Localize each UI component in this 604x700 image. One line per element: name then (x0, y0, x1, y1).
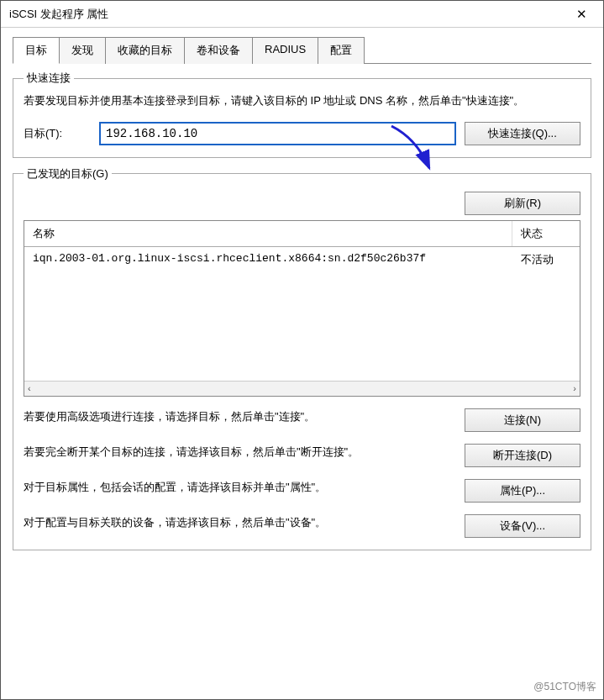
devices-description: 对于配置与目标关联的设备，请选择该目标，然后单击"设备"。 (24, 514, 453, 531)
disconnect-button[interactable]: 断开连接(D) (465, 444, 580, 467)
connect-description: 若要使用高级选项进行连接，请选择目标，然后单击"连接"。 (24, 408, 453, 425)
column-name[interactable]: 名称 (24, 221, 512, 246)
titlebar: iSCSI 发起程序 属性 ✕ (1, 1, 603, 28)
scroll-left-icon[interactable]: ‹ (28, 383, 31, 393)
refresh-button[interactable]: 刷新(R) (465, 192, 580, 215)
scroll-right-icon[interactable]: › (573, 383, 576, 393)
column-state[interactable]: 状态 (512, 221, 580, 246)
targets-list[interactable]: 名称 状态 iqn.2003-01.org.linux-iscsi.rhcecl… (24, 220, 580, 397)
discovered-targets-group: 已发现的目标(G) 刷新(R) 名称 状态 iqn.2003-01.org.li… (13, 166, 591, 550)
target-state-cell: 不活动 (512, 247, 580, 272)
iscsi-properties-window: iSCSI 发起程序 属性 ✕ 目标 发现 收藏的目标 卷和设备 RADIUS … (0, 0, 604, 700)
quick-connect-group: 快速连接 若要发现目标并使用基本连接登录到目标，请键入该目标的 IP 地址或 D… (13, 71, 591, 158)
tab-discovery[interactable]: 发现 (59, 37, 106, 64)
tab-radius[interactable]: RADIUS (252, 37, 318, 64)
tab-favorites[interactable]: 收藏的目标 (105, 37, 185, 64)
quick-connect-legend: 快速连接 (24, 71, 74, 86)
target-label: 目标(T): (24, 126, 91, 141)
table-row[interactable]: iqn.2003-01.org.linux-iscsi.rhceclient.x… (24, 247, 580, 272)
close-icon[interactable]: ✕ (565, 3, 598, 26)
window-title: iSCSI 发起程序 属性 (9, 7, 565, 22)
target-name-cell: iqn.2003-01.org.linux-iscsi.rhceclient.x… (24, 247, 512, 272)
tab-volumes-devices[interactable]: 卷和设备 (184, 37, 253, 64)
quick-connect-description: 若要发现目标并使用基本连接登录到目标，请键入该目标的 IP 地址或 DNS 名称… (24, 92, 580, 110)
quick-connect-button[interactable]: 快速连接(Q)... (465, 122, 580, 145)
disconnect-description: 若要完全断开某个目标的连接，请选择该目标，然后单击"断开连接"。 (24, 444, 453, 461)
content-area: 目标 发现 收藏的目标 卷和设备 RADIUS 配置 快速连接 若要发现目标并使… (1, 28, 603, 567)
discovered-legend: 已发现的目标(G) (24, 166, 112, 182)
devices-button[interactable]: 设备(V)... (465, 514, 580, 538)
tab-targets[interactable]: 目标 (13, 37, 60, 64)
list-header: 名称 状态 (24, 221, 580, 247)
properties-button[interactable]: 属性(P)... (465, 479, 580, 503)
horizontal-scrollbar[interactable]: ‹ › (24, 381, 580, 396)
tab-config[interactable]: 配置 (318, 37, 365, 64)
tab-bar: 目标 发现 收藏的目标 卷和设备 RADIUS 配置 (13, 36, 591, 64)
properties-description: 对于目标属性，包括会话的配置，请选择该目标并单击"属性"。 (24, 479, 453, 496)
connect-button[interactable]: 连接(N) (465, 408, 580, 432)
watermark: @51CTO博客 (533, 680, 596, 694)
target-input[interactable] (99, 122, 456, 145)
